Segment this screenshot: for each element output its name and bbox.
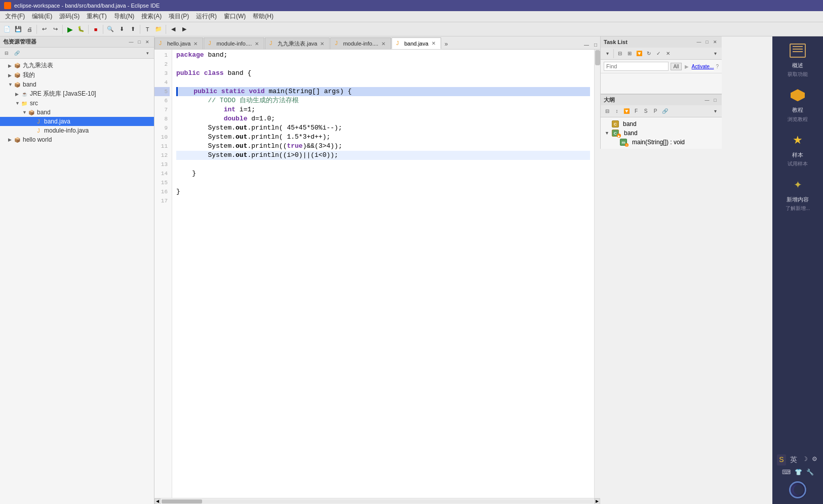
tree-item-module-info[interactable]: J module-info.java	[0, 126, 154, 135]
menu-edit[interactable]: 编辑(E)	[29, 11, 55, 22]
scroll-left-button[interactable]: ◀	[154, 498, 161, 505]
outline-collapse-button[interactable]: ⊟	[603, 107, 612, 116]
tree-item-helloworld[interactable]: ▶ 📦 hello world	[0, 135, 154, 144]
run-button[interactable]: ▶	[65, 24, 75, 34]
task-mark-button[interactable]: ✓	[654, 49, 663, 58]
task-delete-button[interactable]: ✕	[663, 49, 673, 58]
tab-overflow-button[interactable]: »	[442, 39, 451, 49]
task-activate-link[interactable]: Activate...	[692, 64, 714, 69]
open-type-button[interactable]: T	[142, 24, 152, 34]
print-button[interactable]: 🖨	[24, 24, 34, 34]
sidebar-widget-samples[interactable]: ★ 样本 试用样本	[775, 131, 820, 167]
next-annotation-button[interactable]: ⬇	[116, 24, 127, 34]
s-icon[interactable]: S	[777, 454, 786, 466]
undo-button[interactable]: ↩	[39, 24, 49, 34]
eng-icon[interactable]: 英	[788, 454, 799, 466]
back-button[interactable]: ◀	[168, 24, 178, 34]
menu-source[interactable]: 源码(S)	[56, 11, 83, 22]
editor-scrollbar-thumb[interactable]	[595, 50, 600, 65]
shirt-icon[interactable]: 👕	[794, 468, 803, 477]
save-button[interactable]: 💾	[13, 24, 23, 34]
minimize-editor-button[interactable]: —	[583, 41, 590, 48]
menu-window[interactable]: 窗口(W)	[221, 11, 249, 22]
tab-jiujiu[interactable]: J 九九乘法表.java ✕	[265, 37, 330, 49]
outline-hide-statics-button[interactable]: S	[641, 107, 650, 116]
maximize-task-button[interactable]: □	[703, 38, 711, 46]
minimize-task-button[interactable]: —	[695, 38, 702, 46]
outline-item-band-class-2[interactable]: ▼ C ▶ band	[603, 129, 720, 138]
eclipse-logo[interactable]	[789, 481, 807, 499]
editor-scrollbar[interactable]	[594, 50, 600, 498]
menu-run[interactable]: 运行(R)	[193, 11, 220, 22]
kbd-icon[interactable]: ⌨	[781, 468, 792, 477]
sidebar-widget-whatsnew[interactable]: ✦ 新增内容 了解新增...	[775, 176, 820, 212]
forward-button[interactable]: ▶	[179, 24, 189, 34]
tree-item-wode[interactable]: ▶ 📦 我的	[0, 70, 154, 80]
menu-project[interactable]: 项目(P)	[166, 11, 192, 22]
prev-annotation-button[interactable]: ⬆	[128, 24, 138, 34]
minimize-outline-button[interactable]: —	[703, 97, 711, 104]
close-tab-button[interactable]: ✕	[254, 40, 260, 47]
tree-item-band-package[interactable]: ▼ 📦 band	[0, 108, 154, 117]
close-task-button[interactable]: ✕	[712, 38, 719, 46]
hscroll-track[interactable]	[162, 499, 593, 503]
outline-item-band-class-1[interactable]: C band	[603, 119, 720, 129]
search-toolbar-button[interactable]: 🔍	[105, 24, 115, 34]
task-filter-button[interactable]: 🔽	[635, 49, 644, 58]
debug-button[interactable]: 🐛	[76, 24, 86, 34]
sidebar-widget-overview[interactable]: 概述 获取功能	[775, 41, 820, 78]
new-button[interactable]: 📄	[2, 24, 12, 34]
task-collapse-button[interactable]: ⊟	[615, 49, 624, 58]
task-filter-all-button[interactable]: All	[671, 63, 681, 70]
tree-item-jiujiu[interactable]: ▶ 📦 九九乘法表	[0, 61, 154, 70]
task-search-input[interactable]	[604, 62, 669, 71]
tree-item-jre[interactable]: ▶ ☕ JRE 系统库 [JavaSE-10]	[0, 89, 154, 99]
maximize-editor-button[interactable]: □	[592, 41, 599, 48]
close-tab-button[interactable]: ✕	[192, 40, 199, 47]
tree-menu-button[interactable]: ▾	[143, 49, 152, 58]
tree-item-band-java[interactable]: J band.java	[0, 117, 154, 126]
tab-module-info-1[interactable]: J module-info.... ✕	[204, 37, 264, 49]
open-resource-button[interactable]: 📁	[153, 24, 164, 34]
menu-file[interactable]: 文件(F)	[2, 11, 28, 22]
tree-item-src[interactable]: ▼ 📁 src	[0, 99, 154, 108]
minimize-panel-button[interactable]: —	[128, 38, 135, 46]
tab-hello-java[interactable]: J hello.java ✕	[154, 37, 203, 49]
link-with-editor-button[interactable]: 🔗	[12, 49, 21, 58]
redo-button[interactable]: ↪	[50, 24, 60, 34]
tool-icon[interactable]: ⚙	[811, 454, 818, 466]
task-refresh-button[interactable]: ↻	[644, 49, 653, 58]
outline-item-main-method[interactable]: m S main(String[]) : void	[603, 138, 720, 147]
wrench-icon[interactable]: 🔧	[805, 468, 815, 477]
task-expand-button[interactable]: ⊞	[625, 49, 634, 58]
task-new-button[interactable]: ▾	[603, 49, 612, 58]
outline-hide-fields-button[interactable]: F	[632, 107, 641, 116]
sidebar-widget-tutorial[interactable]: 教程 浏览教程	[775, 86, 820, 122]
maximize-panel-button[interactable]: □	[136, 38, 143, 46]
outline-filter-button[interactable]: 🔽	[622, 107, 631, 116]
close-tab-button[interactable]: ✕	[319, 40, 325, 47]
close-tab-button[interactable]: ✕	[430, 40, 437, 47]
close-tab-button[interactable]: ✕	[380, 40, 386, 47]
collapse-all-button[interactable]: ⊟	[2, 49, 11, 58]
scroll-right-button[interactable]: ▶	[594, 498, 600, 505]
menu-search[interactable]: 搜索(A)	[138, 11, 165, 22]
outline-menu-button[interactable]: ▾	[711, 107, 720, 116]
task-menu-button[interactable]: ▾	[711, 49, 720, 58]
menu-refactor[interactable]: 重构(T)	[84, 11, 109, 22]
code-area[interactable]: package band; public class band { public…	[172, 50, 594, 498]
tab-module-info-2[interactable]: J module-info.... ✕	[330, 37, 391, 49]
stop-button[interactable]: ■	[91, 24, 101, 34]
outline-sort-button[interactable]: ↕	[612, 107, 621, 116]
menu-help[interactable]: 帮助(H)	[250, 11, 277, 22]
help-icon[interactable]: ?	[716, 64, 719, 69]
menu-navigate[interactable]: 导航(N)	[111, 11, 138, 22]
outline-link-button[interactable]: 🔗	[660, 107, 670, 116]
maximize-outline-button[interactable]: □	[712, 97, 719, 104]
close-panel-button[interactable]: ✕	[144, 38, 151, 46]
moon-icon[interactable]: ☽	[801, 454, 809, 466]
tab-band-java[interactable]: J band.java ✕	[391, 37, 441, 49]
tree-item-band-project[interactable]: ▼ 📦 band	[0, 80, 154, 89]
hscroll-thumb[interactable]	[162, 499, 202, 503]
outline-hide-nonpub-button[interactable]: P	[651, 107, 660, 116]
